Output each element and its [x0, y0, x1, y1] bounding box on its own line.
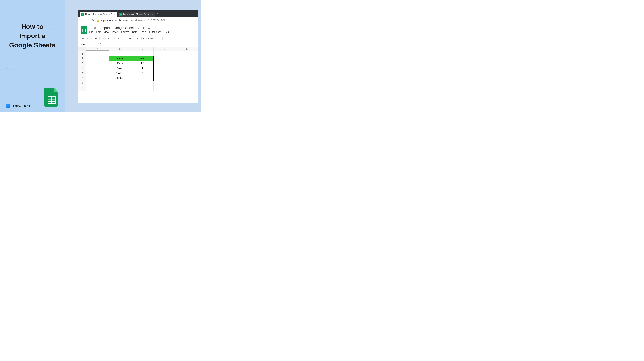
row-header[interactable]: 8 — [78, 86, 86, 91]
table-data-cell[interactable]: 3.5 — [131, 76, 154, 81]
select-all-corner[interactable] — [78, 47, 86, 51]
row-header[interactable]: 1 — [78, 51, 86, 56]
spreadsheet-grid: A B C D E 1 2 Food — [78, 47, 198, 91]
col-header[interactable]: C — [131, 47, 154, 51]
font-dropdown[interactable]: Default (Ari... ▼ — [143, 37, 161, 40]
cell[interactable] — [86, 66, 109, 71]
col-header[interactable]: D — [154, 47, 176, 51]
cell[interactable] — [86, 56, 109, 61]
col-header[interactable]: E — [176, 47, 198, 51]
cell[interactable] — [154, 76, 176, 81]
cell[interactable] — [154, 71, 176, 76]
cell[interactable] — [176, 71, 198, 76]
menu-tools[interactable]: Tools — [140, 30, 146, 33]
undo-button[interactable]: ↶ — [81, 37, 84, 41]
cell[interactable] — [86, 86, 109, 91]
table-header-cell[interactable]: Price — [131, 56, 154, 61]
cell[interactable] — [176, 76, 198, 81]
cell[interactable] — [176, 86, 198, 91]
row-header[interactable]: 7 — [78, 81, 86, 86]
cell[interactable] — [109, 51, 131, 56]
brand-logo: T TEMPLATE.NET — [6, 103, 32, 108]
table-header-cell[interactable]: Food — [109, 56, 131, 61]
menu-data[interactable]: Data — [132, 30, 138, 33]
cell[interactable] — [109, 81, 131, 86]
table-data-cell[interactable]: 4.5 — [131, 61, 154, 66]
row-header[interactable]: 2 — [78, 56, 86, 61]
percent-button[interactable]: % — [116, 37, 120, 41]
row-header[interactable]: 5 — [78, 71, 86, 76]
star-icon[interactable]: ☆ — [138, 26, 140, 29]
cell[interactable] — [86, 51, 109, 56]
cell-reference-input[interactable]: E10▼ — [78, 42, 98, 47]
cell[interactable] — [176, 61, 198, 66]
row-header[interactable]: 6 — [78, 76, 86, 81]
zoom-dropdown[interactable]: 100%▼ — [101, 37, 109, 40]
lock-icon: 🔒 — [96, 19, 99, 22]
menu-view[interactable]: View — [104, 30, 109, 33]
tabs-bar: How to Import a Google S × Destination S… — [78, 10, 198, 17]
cell[interactable] — [86, 61, 109, 66]
cell[interactable] — [154, 56, 176, 61]
new-tab-button[interactable]: + — [156, 12, 158, 15]
close-icon[interactable]: × — [114, 13, 115, 16]
cell[interactable] — [154, 51, 176, 56]
menu-insert[interactable]: Insert — [112, 30, 118, 33]
format-123-dropdown[interactable]: 123▼ — [134, 37, 140, 40]
cell[interactable] — [176, 56, 198, 61]
menu-extensions[interactable]: Extensions — [149, 30, 162, 33]
redo-button[interactable]: ↷ — [85, 37, 89, 41]
cell[interactable] — [154, 61, 176, 66]
row-header[interactable]: 4 — [78, 66, 86, 71]
cell[interactable] — [131, 86, 154, 91]
cell[interactable] — [86, 76, 109, 81]
brand-text: TEMPLATE.NET — [11, 104, 32, 107]
move-icon[interactable]: ▣ — [142, 26, 145, 29]
forward-button[interactable]: → — [86, 19, 89, 22]
browser-tab-active[interactable]: How to Import a Google S × — [80, 11, 117, 17]
cloud-icon[interactable]: ☁ — [147, 26, 150, 29]
sheets-app-icon[interactable] — [81, 26, 87, 34]
url-input[interactable]: 🔒 https://docs.google.com/spreadsheets/d… — [96, 19, 196, 22]
back-button[interactable]: ← — [80, 19, 84, 22]
reload-button[interactable]: ⟳ — [92, 19, 94, 22]
cell[interactable] — [86, 71, 109, 76]
left-panel: How to Import a Google Sheets T TEMPLATE… — [0, 0, 64, 112]
table-data-cell[interactable]: 5 — [131, 71, 154, 76]
menu-edit[interactable]: Edit — [96, 30, 100, 33]
browser-window: How to Import a Google S × Destination S… — [78, 10, 198, 103]
increase-decimal-button[interactable]: .00→ — [126, 37, 134, 41]
cell[interactable] — [109, 86, 131, 91]
menu-format[interactable]: Format — [121, 30, 129, 33]
menu-file[interactable]: File — [89, 30, 93, 33]
table-data-cell[interactable]: Chicken — [109, 71, 131, 76]
doc-title[interactable]: How to Import a Google Sheets — [89, 26, 136, 30]
cell[interactable] — [131, 81, 154, 86]
currency-button[interactable]: $ — [112, 37, 116, 41]
brand-icon: T — [6, 103, 10, 108]
cell[interactable] — [86, 81, 109, 86]
print-button[interactable]: 🖶 — [89, 37, 93, 41]
cell[interactable] — [154, 86, 176, 91]
decrease-decimal-button[interactable]: .0← — [120, 37, 126, 41]
paint-format-button[interactable]: 🖌 — [94, 37, 98, 41]
table-data-cell[interactable]: 4 — [131, 66, 154, 71]
cell[interactable] — [176, 51, 198, 56]
cell[interactable] — [176, 81, 198, 86]
cell[interactable] — [154, 81, 176, 86]
col-header[interactable]: B — [109, 47, 131, 51]
table-data-cell[interactable]: Salad — [109, 66, 131, 71]
close-icon[interactable]: × — [152, 13, 153, 16]
table-data-cell[interactable]: Pizza — [109, 61, 131, 66]
decorative-curve — [0, 68, 19, 88]
cell[interactable] — [176, 66, 198, 71]
tab-title: How to Import a Google S — [85, 13, 112, 16]
table-data-cell[interactable]: Cake — [109, 76, 131, 81]
browser-tab-inactive[interactable]: Destination Sheet - Googl × — [118, 11, 155, 17]
col-header[interactable]: A — [86, 47, 109, 51]
cell[interactable] — [154, 66, 176, 71]
sheets-logo-icon — [44, 88, 59, 107]
row-header[interactable]: 3 — [78, 61, 86, 66]
menu-help[interactable]: Help — [164, 30, 170, 33]
cell[interactable] — [131, 51, 154, 56]
